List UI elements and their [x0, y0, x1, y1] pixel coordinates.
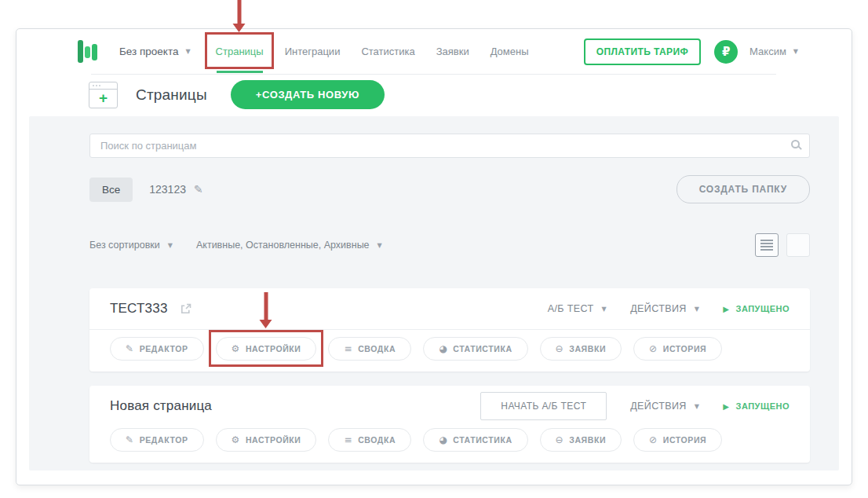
chevron-down-icon: ▼: [377, 242, 382, 249]
settings-button-label: НАСТРОЙКИ: [246, 435, 301, 445]
list-icon: ≡: [344, 344, 352, 353]
page-title: Страницы: [136, 86, 207, 104]
pie-chart-icon: ◕: [439, 435, 447, 445]
platform-logo-icon[interactable]: [78, 39, 98, 64]
history-circle-icon: ⊘: [649, 435, 658, 445]
editor-button-label: РЕДАКТОР: [140, 435, 188, 445]
actions-label: ДЕЙСТВИЯ: [630, 303, 687, 314]
settings-button[interactable]: ⚙ НАСТРОЙКИ: [216, 337, 317, 361]
nav-item-leads[interactable]: Заявки: [436, 42, 469, 60]
editor-button[interactable]: ✎ РЕДАКТОР: [110, 428, 204, 452]
nav-item-pages[interactable]: Страницы: [216, 42, 264, 60]
user-menu[interactable]: Максим ▼: [749, 46, 798, 57]
chevron-down-icon: ▼: [695, 403, 700, 410]
nav-item-domains-label: Домены: [491, 46, 529, 57]
edit-icon: ✎: [126, 435, 134, 445]
balance-ruble-icon[interactable]: ₽: [714, 40, 738, 64]
card-header: ТЕСТ333 А/Б ТЕСТ ▼ ДЕЙСТВИЯ ▼: [89, 288, 810, 329]
nav-item-statistics-label: Статистика: [361, 46, 414, 57]
main-nav: Страницы Интеграции Статистика Заявки До…: [216, 42, 529, 60]
edit-icon: ✎: [126, 344, 134, 353]
status-label: ЗАПУЩЕНО: [736, 304, 790, 313]
page-card-new-page: Новая страница НАЧАТЬ А/Б ТЕСТ ДЕЙСТВИЯ …: [89, 386, 810, 463]
summary-button[interactable]: ≡ СВОДКА: [328, 337, 411, 361]
project-selector[interactable]: Без проекта ▼: [119, 46, 191, 57]
list-icon: ≡: [344, 435, 352, 445]
status-filter-label: Активные, Остановленные, Архивные: [196, 240, 370, 251]
search-box: [89, 134, 810, 158]
card-actions-bar: ✎ РЕДАКТОР ⚙ НАСТРОЙКИ ≡ СВОДКА ◕ СТАТИС…: [89, 427, 810, 463]
nav-item-statistics[interactable]: Статистика: [361, 42, 414, 60]
summary-button-label: СВОДКА: [358, 344, 396, 353]
app-window: Без проекта ▼ Страницы Интеграции Статис…: [16, 28, 852, 485]
editor-button[interactable]: ✎ РЕДАКТОР: [110, 337, 204, 361]
external-link-icon[interactable]: [181, 303, 191, 314]
sort-filter-row: Без сортировки ▼ Активные, Остановленные…: [89, 233, 810, 257]
ab-test-label: А/Б ТЕСТ: [548, 303, 594, 314]
nav-item-leads-label: Заявки: [436, 46, 469, 57]
create-new-page-button[interactable]: +СОЗДАТЬ НОВУЮ: [231, 80, 385, 109]
edit-folder-icon[interactable]: ✎: [194, 183, 203, 196]
leads-circle-icon: ⊖: [556, 435, 564, 445]
status-filter-dropdown[interactable]: Активные, Остановленные, Архивные ▼: [196, 240, 382, 251]
nav-item-domains[interactable]: Домены: [491, 42, 529, 60]
sort-dropdown[interactable]: Без сортировки ▼: [89, 240, 173, 251]
project-selector-label: Без проекта: [119, 46, 178, 57]
page-card-title[interactable]: Новая страница: [110, 398, 212, 414]
play-icon: ▶: [723, 305, 729, 313]
page-card-title[interactable]: ТЕСТ333: [110, 301, 168, 317]
ab-test-dropdown[interactable]: А/Б ТЕСТ ▼: [548, 303, 607, 314]
editor-button-label: РЕДАКТОР: [140, 344, 188, 353]
leads-circle-icon: ⊖: [556, 344, 564, 353]
statistics-button-label: СТАТИСТИКА: [453, 435, 512, 445]
top-navbar: Без проекта ▼ Страницы Интеграции Статис…: [16, 29, 852, 74]
leads-button-label: ЗАЯВКИ: [569, 435, 606, 445]
search-icon: [791, 140, 800, 148]
chevron-down-icon: ▼: [793, 48, 798, 55]
history-circle-icon: ⊘: [649, 344, 658, 353]
actions-dropdown[interactable]: ДЕЙСТВИЯ ▼: [630, 401, 699, 412]
leads-button-label: ЗАЯВКИ: [569, 344, 606, 353]
grid-view-icon[interactable]: [786, 233, 810, 257]
statistics-button-label: СТАТИСТИКА: [453, 344, 512, 353]
plus-icon: +: [89, 90, 117, 108]
new-page-window-icon: +: [89, 82, 118, 108]
start-ab-test-button[interactable]: НАЧАТЬ А/Б ТЕСТ: [480, 392, 607, 420]
list-view-icon[interactable]: [755, 233, 779, 257]
user-name: Максим: [749, 46, 786, 57]
search-input[interactable]: [89, 134, 810, 158]
status-running[interactable]: ▶ ЗАПУЩЕНО: [723, 401, 790, 411]
gear-icon: ⚙: [232, 344, 240, 353]
create-folder-button[interactable]: СОЗДАТЬ ПАПКУ: [677, 175, 810, 203]
card-header: Новая страница НАЧАТЬ А/Б ТЕСТ ДЕЙСТВИЯ …: [89, 386, 810, 427]
leads-button[interactable]: ⊖ ЗАЯВКИ: [540, 428, 622, 452]
page-title-bar: + Страницы +СОЗДАТЬ НОВУЮ: [16, 75, 852, 116]
summary-button[interactable]: ≡ СВОДКА: [328, 428, 411, 452]
view-toggles: [755, 233, 810, 257]
leads-button[interactable]: ⊖ ЗАЯВКИ: [540, 337, 622, 361]
chevron-down-icon: ▼: [168, 242, 173, 249]
sort-dropdown-label: Без сортировки: [89, 240, 160, 251]
history-button[interactable]: ⊘ ИСТОРИЯ: [633, 428, 722, 452]
actions-dropdown[interactable]: ДЕЙСТВИЯ ▼: [630, 303, 699, 314]
status-running[interactable]: ▶ ЗАПУЩЕНО: [723, 304, 790, 313]
nav-item-integrations[interactable]: Интеграции: [285, 42, 341, 60]
actions-label: ДЕЙСТВИЯ: [630, 401, 687, 412]
nav-item-integrations-label: Интеграции: [285, 46, 341, 57]
chevron-down-icon: ▼: [695, 306, 700, 313]
statistics-button[interactable]: ◕ СТАТИСТИКА: [423, 428, 527, 452]
settings-button-label: НАСТРОЙКИ: [246, 344, 301, 353]
nav-item-pages-label: Страницы: [216, 46, 264, 57]
annotation-red-arrow-pages: [233, 0, 246, 32]
pay-tariff-button[interactable]: ОПЛАТИТЬ ТАРИФ: [584, 38, 701, 65]
folder-custom[interactable]: 123123: [149, 183, 186, 196]
statistics-button[interactable]: ◕ СТАТИСТИКА: [423, 337, 527, 361]
card-actions-bar: ✎ РЕДАКТОР ⚙ НАСТРОЙКИ ≡ СВОДКА ◕: [89, 330, 810, 372]
settings-button[interactable]: ⚙ НАСТРОЙКИ: [216, 428, 317, 452]
play-icon: ▶: [723, 402, 729, 411]
folder-all-chip[interactable]: Все: [89, 178, 133, 202]
folders-row: Все 123123 ✎ СОЗДАТЬ ПАПКУ: [89, 175, 810, 203]
gear-icon: ⚙: [232, 435, 240, 445]
chevron-down-icon: ▼: [602, 306, 607, 313]
history-button[interactable]: ⊘ ИСТОРИЯ: [633, 337, 722, 361]
